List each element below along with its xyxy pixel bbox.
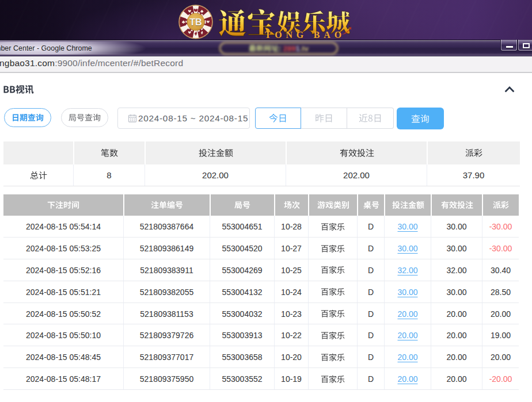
- svg-text:TB: TB: [189, 17, 202, 27]
